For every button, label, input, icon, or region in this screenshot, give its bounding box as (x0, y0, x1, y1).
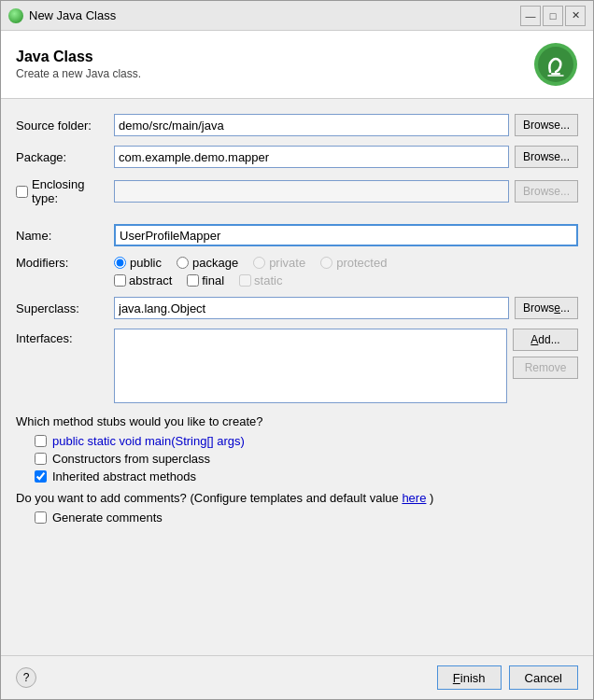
interfaces-add-button[interactable]: Add... (513, 329, 578, 351)
source-folder-input[interactable] (114, 114, 509, 136)
enclosing-type-row: Enclosing type: Browse... (16, 177, 578, 205)
modifier-abstract-label: abstract (129, 273, 172, 287)
enclosing-type-label: Enclosing type: (32, 177, 114, 205)
superclass-label: Superclass: (16, 301, 114, 315)
header-subtitle: Create a new Java class. (16, 67, 141, 80)
generate-comments-label: Generate comments (52, 511, 163, 525)
modifier-public-label: public (130, 256, 162, 270)
modifier-static-checkbox[interactable] (239, 274, 251, 287)
svg-point-1 (538, 47, 573, 82)
comments-question: Do you want to add comments? (Configure … (16, 491, 578, 505)
interfaces-input[interactable] (114, 329, 507, 403)
modifier-package-radio[interactable] (177, 257, 189, 269)
inherited-row: Inherited abstract methods (35, 469, 578, 483)
modifier-static-label: static (254, 273, 282, 287)
close-button[interactable]: ✕ (565, 6, 586, 26)
superclass-row: Superclass: Browse... (16, 297, 578, 319)
header-text: Java Class Create a new Java class. (16, 49, 141, 80)
finish-button[interactable]: Finish (437, 665, 502, 690)
modifier-private-radio[interactable] (253, 257, 265, 269)
header-title: Java Class (16, 49, 141, 65)
package-browse-button[interactable]: Browse... (515, 146, 578, 168)
maximize-button[interactable]: □ (543, 6, 563, 26)
source-folder-browse-button[interactable]: Browse... (515, 114, 578, 136)
inherited-label: Inherited abstract methods (52, 469, 196, 483)
java-logo (533, 42, 578, 87)
modifier-abstract-option[interactable]: abstract (114, 273, 172, 287)
modifier-final-option[interactable]: final (187, 273, 224, 287)
modifier-static-option[interactable]: static (239, 273, 282, 287)
modifier-final-checkbox[interactable] (187, 274, 199, 287)
name-row: Name: (16, 224, 578, 246)
footer-right: Finish Cancel (437, 665, 578, 690)
interfaces-row: Interfaces: Add... Remove (16, 329, 578, 403)
footer: ? Finish Cancel (1, 655, 593, 699)
name-input[interactable] (114, 224, 578, 246)
source-folder-row: Source folder: Browse... (16, 114, 578, 136)
main-method-row: public static void main(String[] args) (35, 434, 578, 448)
here-link[interactable]: here (402, 491, 426, 505)
modifier-private-label: private (269, 256, 305, 270)
form-content: Source folder: Browse... Package: Browse… (1, 99, 593, 655)
stubs-section: Which method stubs would you like to cre… (16, 414, 578, 483)
source-folder-label: Source folder: (16, 119, 114, 133)
generate-comments-row: Generate comments (35, 511, 578, 525)
stubs-question: Which method stubs would you like to cre… (16, 414, 578, 428)
modifier-package-option[interactable]: package (177, 256, 238, 270)
name-label: Name: (16, 229, 114, 243)
modifiers-label: Modifiers: (16, 256, 114, 270)
superclass-browse-button[interactable]: Browse... (515, 297, 578, 319)
modifiers-row: Modifiers: public package private (16, 256, 578, 270)
window-title: New Java Class (29, 8, 520, 22)
footer-left: ? (16, 667, 36, 688)
modifier-package-label: package (192, 256, 238, 270)
generate-comments-checkbox[interactable] (35, 511, 47, 524)
modifiers-section: Modifiers: public package private (16, 256, 578, 287)
dialog-window: New Java Class — □ ✕ Java Class Create a… (0, 0, 594, 700)
interfaces-remove-button[interactable]: Remove (513, 357, 578, 379)
window-icon (8, 8, 23, 23)
main-method-checkbox[interactable] (35, 435, 47, 447)
title-bar: New Java Class — □ ✕ (1, 1, 593, 31)
modifier-public-radio[interactable] (114, 257, 126, 269)
window-controls: — □ ✕ (520, 6, 586, 26)
package-input[interactable] (114, 146, 509, 168)
constructors-label: Constructors from superclass (52, 452, 210, 466)
help-button[interactable]: ? (16, 667, 36, 688)
modifier-protected-label: protected (336, 256, 387, 270)
superclass-input[interactable] (114, 297, 509, 319)
modifier-abstract-checkbox[interactable] (114, 274, 126, 287)
modifier-public-option[interactable]: public (114, 256, 162, 270)
enclosing-type-input[interactable] (114, 180, 509, 203)
interfaces-label: Interfaces: (16, 329, 114, 345)
modifier-final-label: final (202, 273, 224, 287)
modifiers-options: public package private protected (114, 256, 387, 270)
modifier-private-option[interactable]: private (253, 256, 305, 270)
constructors-row: Constructors from superclass (35, 452, 578, 466)
main-method-label: public static void main(String[] args) (52, 434, 245, 448)
package-row: Package: Browse... (16, 146, 578, 168)
package-label: Package: (16, 150, 114, 164)
modifier-protected-option[interactable]: protected (320, 256, 387, 270)
constructors-checkbox[interactable] (35, 453, 47, 465)
interfaces-buttons: Add... Remove (513, 329, 578, 379)
modifier-protected-radio[interactable] (320, 257, 332, 269)
cancel-button[interactable]: Cancel (509, 665, 578, 690)
enclosing-type-browse-button[interactable]: Browse... (515, 180, 578, 203)
comments-section: Do you want to add comments? (Configure … (16, 491, 578, 525)
inherited-checkbox[interactable] (35, 470, 47, 483)
header-section: Java Class Create a new Java class. (1, 31, 593, 99)
minimize-button[interactable]: — (520, 6, 541, 26)
modifier-extra-options: abstract final static (114, 273, 578, 287)
enclosing-type-checkbox[interactable] (16, 186, 28, 198)
